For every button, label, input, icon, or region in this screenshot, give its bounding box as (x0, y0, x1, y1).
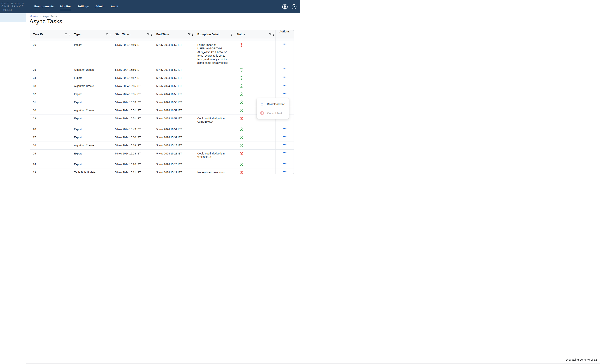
cell-end-time: 5 Nov 2024 16:55 IST (153, 82, 194, 90)
app-version: 29.0.0.0 (3, 9, 32, 11)
cell-type: Export (71, 125, 112, 133)
cell-start-time: 5 Nov 2024 15:21 IST (112, 168, 153, 174)
menu-item-download-file[interactable]: Download File (257, 99, 289, 108)
row-actions-button[interactable] (283, 68, 286, 69)
row-actions-button[interactable] (283, 93, 286, 94)
row-actions-button[interactable] (283, 171, 286, 172)
cell-exception-detail (194, 141, 234, 149)
cell-task-id: 36 (30, 41, 71, 66)
status-success-icon (233, 74, 275, 82)
cell-type: Algorithm Create (71, 141, 112, 149)
table-row-task-24: 24Export5 Nov 2024 15:26 IST5 Nov 2024 1… (30, 160, 294, 168)
row-actions-button[interactable] (283, 44, 286, 45)
table-row-task-27: 27Export5 Nov 2024 15:30 IST5 Nov 2024 1… (30, 133, 294, 141)
cell-end-time: 5 Nov 2024 16:55 IST (153, 90, 194, 98)
table-row-task-25: 25Export5 Nov 2024 15:28 IST5 Nov 2024 1… (30, 149, 294, 160)
status-error-icon (233, 41, 275, 66)
cell-exception-detail (194, 133, 234, 141)
row-actions-button[interactable] (283, 144, 286, 145)
status-error-icon (233, 168, 275, 174)
cell-task-id: 26 (30, 141, 71, 149)
row-actions-button[interactable] (283, 163, 286, 164)
cell-start-time: 5 Nov 2024 15:30 IST (112, 133, 153, 141)
cell-end-time: 5 Nov 2024 16:55 IST (153, 98, 194, 106)
nav-item-environments[interactable]: Environments (34, 3, 54, 11)
row-actions-button[interactable] (283, 128, 286, 129)
column-label-start_time[interactable]: Start Time (115, 33, 129, 36)
column-menu-icon-start_time[interactable] (151, 33, 152, 36)
async-tasks-table: Task IDTypeStart Time↓End TimeException … (30, 30, 294, 174)
cell-start-time: 5 Nov 2024 16:59 IST (112, 66, 153, 74)
column-menu-icon-exception_detail[interactable] (231, 33, 232, 36)
table-row-task-29: 29Export5 Nov 2024 16:51 IST5 Nov 2024 1… (30, 114, 294, 125)
row-actions-button[interactable] (283, 85, 286, 86)
cell-actions (275, 133, 294, 141)
table-row-task-28: 28Export5 Nov 2024 16:49 IST5 Nov 2024 1… (30, 125, 294, 133)
column-menu-icon-end_time[interactable] (192, 33, 193, 36)
status-success-icon (233, 160, 275, 168)
cell-start-time: 5 Nov 2024 16:51 IST (112, 114, 153, 125)
nav-item-settings[interactable]: Settings (77, 3, 89, 11)
cell-task-id: 30 (30, 106, 71, 114)
table-row-task-30: 30Algorithm Create5 Nov 2024 16:51 IST5 … (30, 106, 294, 114)
filter-icon-status[interactable] (269, 33, 272, 36)
table-body: 36Import5 Nov 2024 16:59 IST5 Nov 2024 1… (30, 39, 294, 174)
column-menu-icon-status[interactable] (273, 33, 274, 36)
cell-end-time: 5 Nov 2024 16:59 IST (153, 41, 194, 66)
cell-start-time: 5 Nov 2024 16:55 IST (112, 82, 153, 90)
cell-start-time: 5 Nov 2024 15:26 IST (112, 160, 153, 168)
cell-task-id: 31 (30, 98, 71, 106)
cell-start-time: 5 Nov 2024 16:57 IST (112, 74, 153, 82)
row-actions-button[interactable] (283, 136, 286, 137)
column-label-type[interactable]: Type (74, 33, 81, 36)
cell-start-time: 5 Nov 2024 16:49 IST (112, 125, 153, 133)
cell-start-time: 5 Nov 2024 16:51 IST (112, 106, 153, 114)
cell-actions (275, 90, 294, 98)
nav-item-monitor[interactable]: Monitor (60, 3, 71, 11)
column-label-exception_detail[interactable]: Exception Detail (197, 33, 219, 36)
row-actions-button[interactable] (283, 152, 286, 153)
filter-icon-start_time[interactable] (147, 33, 150, 36)
menu-item-cancel-task[interactable]: Cancel Task (257, 108, 289, 118)
user-avatar-icon[interactable] (282, 4, 288, 10)
cell-task-id: 28 (30, 125, 71, 133)
cell-task-id: 32 (30, 90, 71, 98)
sidebar-item[interactable] (0, 22, 26, 31)
cell-exception-detail: Could not find Algorithm 'WIDZ4LWW' (194, 114, 234, 125)
cell-task-id: 29 (30, 114, 71, 125)
help-icon[interactable]: ? (291, 4, 297, 9)
nav-item-audit[interactable]: Audit (111, 3, 118, 11)
filter-icon-type[interactable] (106, 33, 108, 36)
cell-start-time: 5 Nov 2024 16:53 IST (112, 98, 153, 106)
cell-exception-detail (194, 98, 234, 106)
cell-task-id: 35 (30, 66, 71, 74)
cell-exception-detail (194, 66, 234, 74)
app-logo-line2: OMPLIANCE (1, 5, 32, 8)
column-menu-icon-type[interactable] (110, 33, 111, 36)
cell-end-time: 5 Nov 2024 16:51 IST (153, 114, 194, 125)
cell-end-time: 5 Nov 2024 15:32 IST (153, 133, 194, 141)
table-row-partial (30, 39, 294, 41)
filter-icon-end_time[interactable] (188, 33, 191, 36)
column-label-actions[interactable]: Actions (280, 30, 290, 33)
table-header-row: Task IDTypeStart Time↓End TimeException … (30, 30, 294, 39)
cell-end-time: 5 Nov 2024 15:28 IST (153, 141, 194, 149)
breadcrumb-link-monitor[interactable]: Monitor (30, 15, 38, 18)
sidebar-item-selected[interactable] (0, 13, 26, 22)
column-label-task_id[interactable]: Task ID (33, 33, 43, 36)
sort-desc-icon[interactable]: ↓ (130, 33, 132, 36)
column-label-end_time[interactable]: End Time (156, 33, 169, 36)
svg-text:?: ? (293, 5, 295, 8)
cell-type: Algorithm Create (71, 82, 112, 90)
table-row-task-33: 33Algorithm Create5 Nov 2024 16:55 IST5 … (30, 82, 294, 90)
cell-end-time: 5 Nov 2024 16:51 IST (153, 106, 194, 114)
row-actions-button[interactable] (283, 76, 286, 77)
nav-item-admin[interactable]: Admin (95, 3, 104, 11)
column-label-status[interactable]: Status (236, 33, 245, 36)
filter-icon-task_id[interactable] (65, 33, 67, 36)
column-menu-icon-task_id[interactable] (69, 33, 70, 36)
cell-exception-detail (194, 125, 234, 133)
cell-actions (275, 160, 294, 168)
breadcrumb-current: Async Tasks (43, 15, 57, 18)
cell-actions (275, 74, 294, 82)
